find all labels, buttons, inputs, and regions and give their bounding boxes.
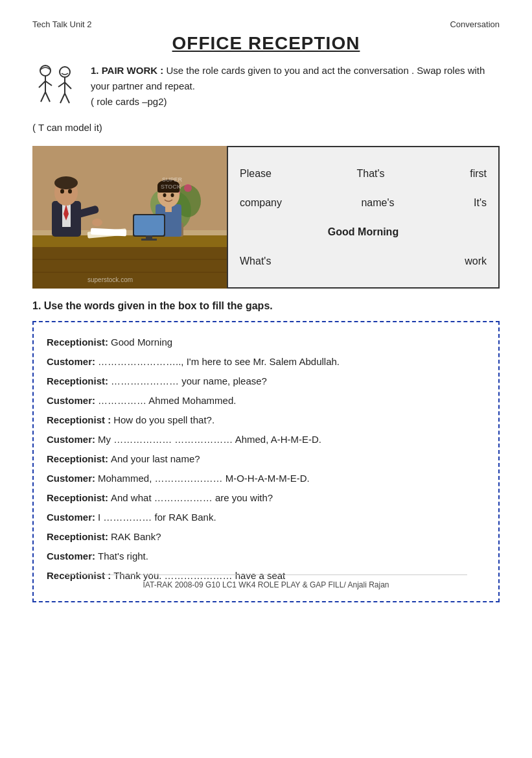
word-please: Please [240, 168, 272, 180]
text-9: I …………… for RAK Bank. [98, 508, 485, 527]
dialogue-line-8: Receptionist: And what ……………… are you wi… [47, 488, 485, 508]
header-row: Tech Talk Unit 2 Conversation [32, 19, 500, 29]
dialogue-line-5: Customer: My ……………… ……………… Ahmed, A-H-M-… [47, 430, 485, 449]
svg-point-6 [60, 67, 70, 77]
svg-line-3 [45, 81, 52, 86]
dialogue-line-0: Receptionist: Good Morning [47, 333, 485, 352]
speaker-2: Receptionist: [47, 372, 108, 391]
svg-point-39 [163, 193, 167, 197]
svg-text:SUPER: SUPER [162, 176, 183, 183]
text-8: And what ……………… are you with? [111, 488, 485, 508]
svg-point-23 [184, 184, 192, 192]
top-section: 1. PAIR WORK : Use the role cards given … [32, 63, 500, 113]
speaker-6: Receptionist: [47, 449, 108, 469]
speaker-9: Customer: [47, 508, 95, 527]
word-work: work [465, 255, 487, 267]
icon-area [32, 63, 84, 113]
word-whats: What's [240, 255, 271, 267]
dialogue-line-1: Customer: …………………….., I'm here to see Mr… [47, 352, 485, 372]
dialogue-line-4: Receptionist : How do you spell that?. [47, 410, 485, 430]
svg-line-5 [45, 92, 50, 102]
speaker-10: Receptionist: [47, 527, 108, 547]
speaker-0: Receptionist: [47, 333, 108, 352]
svg-point-32 [68, 189, 72, 194]
svg-point-40 [171, 193, 174, 197]
footer: IAT-RAK 2008-09 G10 LC1 WK4 ROLE PLAY & … [65, 574, 467, 589]
svg-rect-45 [141, 239, 157, 241]
svg-line-4 [41, 92, 45, 102]
svg-rect-43 [134, 215, 164, 235]
page-title: OFFICE RECEPTION [32, 33, 500, 54]
svg-line-2 [39, 81, 45, 88]
dialogue-line-2: Receptionist: ………………… your name, please? [47, 372, 485, 391]
svg-rect-15 [32, 235, 227, 247]
svg-line-10 [60, 93, 65, 103]
svg-text:STOCK: STOCK [161, 184, 181, 190]
word-box: Please That's first company name's It's … [227, 146, 500, 289]
word-its: It's [474, 197, 487, 209]
svg-rect-44 [146, 235, 152, 239]
svg-line-9 [65, 82, 71, 89]
speaker-4: Receptionist : [47, 410, 111, 430]
header-left: Tech Talk Unit 2 [32, 19, 92, 29]
instruction-number: 1. [91, 65, 99, 76]
word-company: company [240, 197, 282, 209]
instruction-note: ( role cards –pg2) [91, 96, 167, 107]
text-3: …………… Ahmed Mohammed. [98, 391, 485, 410]
text-7: Mohammed, ………………… M-O-H-A-M-M-E-D. [98, 469, 485, 488]
header-right: Conversation [450, 19, 500, 29]
speaker-8: Receptionist: [47, 488, 108, 508]
text-5: My ……………… ……………… Ahmed, A-H-M-E-D. [98, 430, 485, 449]
svg-text:superstock.com: superstock.com [87, 276, 133, 283]
middle-section: superstock.com SUPER STOCK Please That's… [32, 146, 500, 289]
word-names: name's [361, 197, 394, 209]
word-row-1: Please That's first [240, 168, 487, 180]
dialogue-line-9: Customer: I …………… for RAK Bank. [47, 508, 485, 527]
word-good-morning: Good Morning [328, 226, 399, 238]
svg-rect-41 [165, 206, 172, 212]
text-6: And your last name? [111, 449, 485, 469]
svg-point-31 [60, 189, 64, 194]
instruction-bold-label: PAIR WORK : [102, 65, 164, 76]
text-4: How do you spell that?. [113, 410, 485, 430]
dialogue-line-3: Customer: …………… Ahmed Mohammed. [47, 391, 485, 410]
word-thats: That's [357, 168, 385, 180]
reception-photo: superstock.com SUPER STOCK [32, 146, 227, 289]
word-row-4: What's work [240, 255, 487, 267]
word-row-2: company name's It's [240, 197, 487, 209]
word-row-3: Good Morning [240, 226, 487, 238]
dialogue-line-10: Receptionist: RAK Bank? [47, 527, 485, 547]
section1-title: 1. Use the words given in the box to fil… [32, 300, 500, 312]
speaker-5: Customer: [47, 430, 95, 449]
speaker-7: Customer: [47, 469, 95, 488]
pair-work-icon [32, 63, 78, 112]
svg-point-34 [92, 219, 102, 226]
speaker-3: Customer: [47, 391, 95, 410]
text-11: That's right. [98, 547, 485, 566]
speaker-1: Customer: [47, 352, 95, 372]
dialogue-box: Receptionist: Good Morning Customer: ………… [32, 321, 500, 602]
dialogue-line-11: Customer: That's right. [47, 547, 485, 566]
instruction-text: 1. PAIR WORK : Use the role cards given … [91, 63, 500, 110]
text-1: …………………….., I'm here to see Mr. Salem Ab… [98, 352, 485, 372]
model-text: ( T can model it) [32, 120, 500, 136]
svg-point-30 [54, 176, 78, 189]
speaker-11: Customer: [47, 547, 95, 566]
word-first: first [470, 168, 487, 180]
svg-line-11 [65, 93, 69, 103]
text-0: Good Morning [111, 333, 485, 352]
text-10: RAK Bank? [111, 527, 485, 547]
text-2: ………………… your name, please? [111, 372, 485, 391]
svg-line-8 [58, 82, 65, 87]
dialogue-line-6: Receptionist: And your last name? [47, 449, 485, 469]
dialogue-line-7: Customer: Mohammed, ………………… M-O-H-A-M-M-… [47, 469, 485, 488]
